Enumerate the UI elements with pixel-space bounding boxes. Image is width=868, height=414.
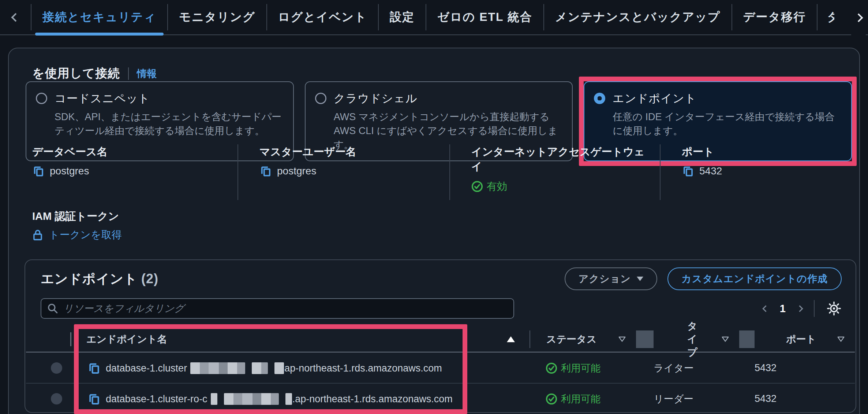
endpoints-container: エンドポイント(2) アクション カスタムエンドポイントの作成	[25, 259, 856, 413]
endpoint-port: 5432	[739, 362, 777, 374]
copy-icon[interactable]	[87, 392, 101, 406]
status-available: 利用可能	[530, 362, 601, 375]
caret-down-icon	[637, 277, 643, 281]
header-port[interactable]: ポート	[739, 330, 855, 348]
current-page: 1	[780, 303, 786, 315]
option-description: 任意の IDE インターフェース経由で接続する場合に使用します。	[613, 110, 841, 138]
lock-icon	[32, 228, 43, 241]
filter-icon[interactable]	[618, 336, 626, 342]
tabs-scroll-right-button[interactable]	[851, 0, 866, 35]
filter-icon[interactable]	[822, 336, 845, 342]
gear-icon[interactable]	[826, 301, 842, 316]
page-next-icon[interactable]	[796, 305, 803, 312]
header-select-column	[26, 332, 71, 346]
radio-selected-icon[interactable]	[594, 93, 605, 104]
row-radio[interactable]	[51, 393, 62, 404]
page-prev-icon[interactable]	[762, 305, 769, 312]
detail-tab-bar: 接続とセキュリティ モニタリング ログとイベント 設定 ゼロの ETL 統合 メ…	[0, 0, 868, 35]
heading-divider	[128, 67, 129, 80]
filter-icon[interactable]	[704, 336, 729, 342]
header-status[interactable]: ステータス	[530, 330, 636, 348]
endpoints-table-body: database-1.clusterap-northeast-1.rds.ama…	[26, 353, 855, 414]
endpoints-table-header: エンドポイント名 ステータス タイプ ポート	[26, 327, 855, 352]
header-endpoint-name[interactable]: エンドポイント名	[71, 333, 530, 346]
iam-token-label: IAM 認証トークン	[32, 209, 122, 223]
tab-monitoring[interactable]: モニタリング	[168, 0, 266, 35]
connect-heading: を使用して接続	[32, 65, 120, 82]
tab-data-migration[interactable]: データ移行	[732, 0, 817, 35]
option-title: クラウドシェル	[334, 91, 562, 106]
copy-icon[interactable]	[32, 165, 45, 177]
resource-filter-input[interactable]	[63, 303, 508, 314]
connect-section-header: を使用して接続 情報	[32, 65, 157, 82]
redacted-segment	[211, 393, 217, 405]
column-divider	[739, 330, 755, 348]
field-value: postgres	[50, 165, 89, 177]
copy-icon[interactable]	[259, 165, 272, 177]
tab-configuration[interactable]: 設定	[379, 0, 426, 35]
sort-ascending-icon[interactable]	[507, 336, 515, 342]
redacted-segment	[252, 362, 268, 374]
status-available: 利用可能	[530, 392, 601, 406]
radio-unselected-icon[interactable]	[315, 93, 326, 104]
endpoint-type: ライター	[636, 362, 694, 375]
endpoint-port: 5432	[739, 393, 777, 404]
connectivity-panel: を使用して接続 情報 コードスニペット SDK、API、またはエージェントを含む…	[8, 48, 860, 414]
copy-icon[interactable]	[87, 362, 101, 375]
field-value: 5432	[699, 165, 722, 177]
pagination: 1	[763, 298, 842, 319]
tab-zero-etl[interactable]: ゼロの ETL 統合	[426, 0, 543, 35]
option-title: コードスニペット	[55, 91, 283, 106]
chevron-left-icon	[11, 13, 20, 22]
radio-unselected-icon[interactable]	[36, 93, 47, 104]
option-title: エンドポイント	[613, 91, 841, 106]
tab-logs-events[interactable]: ログとイベント	[267, 0, 378, 35]
redacted-segment	[274, 362, 284, 374]
tab-maintenance-backup[interactable]: メンテナンスとバックアップ	[544, 0, 732, 35]
resource-filter-box[interactable]	[41, 298, 514, 319]
redacted-segment	[190, 362, 245, 374]
field-internet-access-gateway: インターネットアクセスゲートウェイ 有効	[449, 144, 660, 200]
search-icon	[47, 303, 58, 314]
tab-tags-clipped[interactable]: タグ	[818, 0, 834, 35]
toolbar-divider	[814, 300, 815, 317]
info-link[interactable]: 情報	[137, 67, 157, 80]
redacted-segment	[224, 393, 279, 405]
column-divider	[636, 330, 654, 348]
actions-dropdown-button[interactable]: アクション	[565, 267, 657, 290]
endpoints-toolbar: 1	[41, 298, 842, 319]
endpoints-count: (2)	[141, 271, 158, 286]
endpoints-title: エンドポイント(2)	[41, 270, 158, 288]
field-value: postgres	[277, 165, 316, 177]
endpoint-name: database-1.cluster-ro-c.ap-northeast-1.r…	[106, 393, 453, 405]
option-description: SDK、API、またはエージェントを含むサードパーティツール経由で接続する場合に…	[55, 110, 283, 138]
create-custom-endpoint-button[interactable]: カスタムエンドポイントの作成	[667, 267, 842, 290]
field-database-name: データベース名 postgres	[32, 144, 237, 200]
redacted-segment	[285, 393, 292, 405]
table-row-reader-endpoint[interactable]: database-1.cluster-ro-c.ap-northeast-1.r…	[26, 384, 855, 414]
endpoints-header: エンドポイント(2) アクション カスタムエンドポイントの作成	[41, 267, 842, 290]
rds-connectivity-security-page: 接続とセキュリティ モニタリング ログとイベント 設定 ゼロの ETL 統合 メ…	[0, 0, 868, 414]
tabs-scroll-left-button[interactable]	[0, 0, 31, 35]
field-value: 有効	[487, 180, 507, 193]
status-ok-icon	[471, 181, 483, 192]
endpoint-type: リーダー	[636, 392, 693, 406]
column-divider	[530, 330, 530, 348]
endpoint-name: database-1.clusterap-northeast-1.rds.ama…	[106, 362, 442, 374]
chevron-right-icon	[854, 13, 863, 22]
tab-connectivity-security[interactable]: 接続とセキュリティ	[31, 0, 167, 35]
field-master-username: マスターユーザー名 postgres	[237, 144, 449, 200]
field-port: ポート 5432	[660, 144, 861, 200]
table-row-writer-endpoint[interactable]: database-1.clusterap-northeast-1.rds.ama…	[26, 353, 855, 384]
copy-icon[interactable]	[682, 165, 694, 177]
connection-summary-fields: データベース名 postgres マスターユーザー名 postgres	[32, 144, 861, 200]
iam-auth-token-section: IAM 認証トークン トークンを取得	[32, 209, 122, 242]
get-token-link[interactable]: トークンを取得	[32, 228, 122, 242]
row-radio[interactable]	[51, 362, 62, 374]
